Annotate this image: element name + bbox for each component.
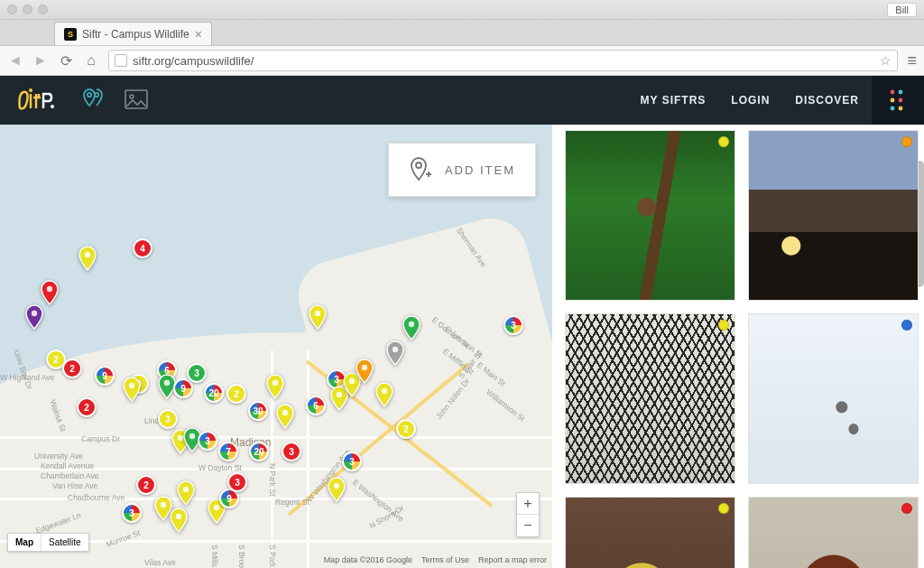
- gallery-thumb-tracks-in-snow[interactable]: [748, 313, 919, 484]
- road-label: S Mills St: [210, 545, 219, 568]
- svg-point-2: [51, 105, 54, 108]
- category-dot-icon: [718, 503, 729, 514]
- road-label: University Ave: [34, 452, 83, 461]
- forward-button[interactable]: ►: [32, 52, 49, 69]
- map-cluster-marker[interactable]: 20: [249, 442, 269, 461]
- svg-point-12: [899, 107, 903, 111]
- map-pin-marker[interactable]: [169, 507, 189, 533]
- siftr-logo[interactable]: [16, 87, 56, 114]
- minimize-window-icon[interactable]: [23, 5, 32, 14]
- profile-chip[interactable]: Bill: [887, 3, 917, 17]
- home-button[interactable]: ⌂: [83, 52, 99, 69]
- map-cluster-marker[interactable]: 3: [342, 452, 362, 471]
- road-label: S Park St: [268, 545, 277, 568]
- map-pin-marker[interactable]: [355, 358, 374, 384]
- map-cluster-marker[interactable]: 9: [95, 366, 115, 386]
- svg-point-33: [161, 502, 166, 507]
- map-type-satellite[interactable]: Satellite: [42, 534, 88, 551]
- map-cluster-marker[interactable]: 3: [198, 431, 217, 451]
- map-pin-marker[interactable]: [402, 315, 421, 340]
- maximize-window-icon[interactable]: [38, 5, 48, 14]
- gallery-grid: [565, 130, 919, 568]
- svg-point-13: [416, 163, 421, 168]
- gallery-thumb-woolly-caterpillar[interactable]: [748, 497, 919, 568]
- road-label: Van Hise Ave: [52, 481, 97, 490]
- map-cluster-marker[interactable]: 2: [226, 384, 246, 404]
- map-pin-icon[interactable]: [81, 88, 105, 114]
- road-label: Vilas Ave: [144, 558, 176, 567]
- category-dot-icon: [718, 320, 729, 331]
- map-cluster-marker[interactable]: 9: [173, 378, 193, 398]
- gallery-thumb-bare-tree-dusk[interactable]: [748, 130, 919, 301]
- svg-point-4: [95, 92, 98, 96]
- tab-favicon-icon: S: [64, 28, 77, 41]
- zoom-control: + −: [516, 492, 540, 537]
- map-cluster-marker[interactable]: 3: [187, 363, 207, 383]
- map-pin-marker[interactable]: [374, 382, 394, 407]
- map-pin-marker[interactable]: [40, 280, 60, 305]
- svg-point-36: [214, 505, 219, 510]
- map-cluster-marker[interactable]: 3: [158, 409, 178, 429]
- category-dot-icon: [901, 136, 912, 147]
- add-item-button[interactable]: ADD ITEM: [388, 143, 536, 197]
- nav-login[interactable]: LOGIN: [718, 94, 782, 107]
- browser-tab[interactable]: S Siftr - Campus Wildlife ×: [54, 22, 212, 45]
- map-pin-marker[interactable]: [275, 404, 295, 429]
- map-cluster-marker[interactable]: 2: [77, 397, 97, 417]
- bookmark-icon[interactable]: ☆: [880, 53, 892, 68]
- map-cluster-marker[interactable]: 4: [133, 238, 152, 258]
- map-cluster-marker[interactable]: 2: [136, 475, 156, 495]
- map-pin-marker[interactable]: [265, 374, 285, 399]
- map-pin-marker[interactable]: [385, 340, 405, 366]
- main-content: Madison Sherman Ave E Johnson St E Gorha…: [0, 125, 924, 568]
- map-cluster-marker[interactable]: 3: [282, 442, 301, 461]
- svg-point-20: [164, 380, 170, 386]
- reload-button[interactable]: ⟳: [58, 52, 74, 70]
- map-type-map[interactable]: Map: [8, 534, 42, 551]
- road-label: W Dayton St: [199, 463, 242, 472]
- gallery-thumb-bare-branches-sky[interactable]: [565, 313, 735, 484]
- zoom-out-button[interactable]: −: [517, 515, 539, 536]
- tab-close-icon[interactable]: ×: [195, 27, 202, 42]
- browser-menu-icon[interactable]: ≡: [907, 51, 917, 70]
- map-pin-marker[interactable]: [24, 304, 44, 330]
- map-cluster-marker[interactable]: 2: [396, 419, 416, 439]
- svg-point-22: [282, 410, 288, 415]
- zoom-in-button[interactable]: +: [517, 493, 539, 515]
- window-titlebar: Bill: [0, 0, 924, 20]
- map-cluster-marker[interactable]: 7: [218, 442, 238, 461]
- image-icon[interactable]: [125, 89, 148, 112]
- map-pin-marker[interactable]: [78, 246, 97, 271]
- map-pane[interactable]: Madison Sherman Ave E Johnson St E Gorha…: [0, 125, 552, 568]
- svg-point-23: [315, 311, 320, 316]
- map-cluster-marker[interactable]: 3: [122, 503, 142, 523]
- app-menu-icon[interactable]: [872, 76, 924, 125]
- svg-point-3: [88, 92, 91, 96]
- map-pin-marker[interactable]: [308, 304, 328, 330]
- map-cluster-marker[interactable]: 6: [306, 396, 326, 415]
- map-pin-marker[interactable]: [122, 377, 142, 402]
- map-cluster-marker[interactable]: 20: [204, 383, 224, 403]
- back-button[interactable]: ◄: [7, 52, 23, 69]
- road-label: Campus Dr: [81, 434, 120, 443]
- terms-link[interactable]: Terms of Use: [421, 555, 469, 564]
- nav-discover[interactable]: DISCOVER: [782, 94, 872, 107]
- map-cluster-marker[interactable]: 3: [227, 472, 247, 492]
- page-icon: [115, 54, 127, 67]
- map-pin-marker[interactable]: [327, 477, 346, 502]
- nav-my-siftrs[interactable]: MY SIFTRS: [628, 94, 719, 107]
- report-link[interactable]: Report a map error: [478, 555, 547, 564]
- map-cluster-marker[interactable]: 30: [248, 401, 268, 421]
- map-cluster-marker[interactable]: 2: [62, 358, 82, 378]
- gallery-thumb-fish-on-bag[interactable]: [565, 497, 735, 568]
- map-pin-marker[interactable]: [176, 480, 196, 506]
- close-window-icon[interactable]: [7, 5, 17, 14]
- tab-title: Siftr - Campus Wildlife: [82, 28, 189, 41]
- map-cluster-marker[interactable]: 3: [504, 315, 523, 335]
- gallery-thumb-hawk-on-branch[interactable]: [565, 130, 735, 301]
- svg-rect-5: [125, 90, 147, 108]
- add-item-label: ADD ITEM: [445, 163, 515, 177]
- svg-point-32: [189, 433, 195, 439]
- header-nav: MY SIFTRS LOGIN DISCOVER: [628, 76, 924, 125]
- address-bar[interactable]: siftr.org/campuswildlife/ ☆: [108, 50, 898, 71]
